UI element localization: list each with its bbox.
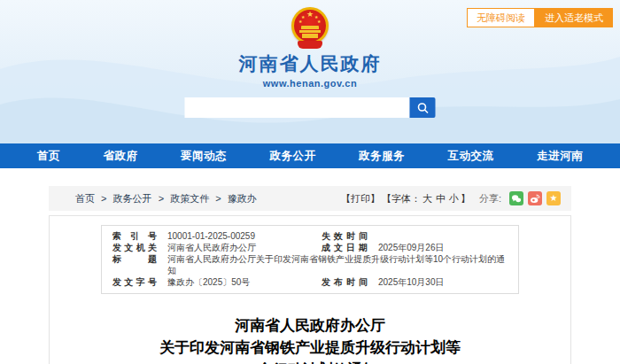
font-size-label-end: 】 <box>461 192 470 205</box>
document-content-panel: 索 引 号 10001-01-2025-00259 失效时间 发文机关 河南省人… <box>49 215 571 364</box>
document-toolbar: 【打印】 【字体： 大 中 小 】 分享: <box>339 191 561 205</box>
nav-item-news[interactable]: 要闻动态 <box>181 149 227 164</box>
main-nav: 首页 省政府 要闻动态 政务公开 政务服务 互动交流 走进河南 <box>0 143 620 168</box>
breadcrumb-gov-disclosure[interactable]: 政务公开 <box>113 193 152 204</box>
site-header: 无障碍阅读 进入适老模式 ★ ★ ★ ★ ★ 河南省人民政府 www.henan… <box>0 0 620 143</box>
breadcrumb-policy-documents[interactable]: 政策文件 <box>170 193 209 204</box>
font-size-label: 【字体： <box>382 192 421 205</box>
weibo-share-icon[interactable] <box>528 191 542 205</box>
search-icon <box>416 102 429 114</box>
document-title-line2: 关于印发河南省钢铁产业提质升级行动计划等 <box>50 337 570 359</box>
meta-value-publish-date: 2025年10月30日 <box>368 276 508 288</box>
wechat-share-icon[interactable] <box>509 191 523 205</box>
nav-item-home[interactable]: 首页 <box>37 149 60 164</box>
top-action-buttons: 无障碍阅读 进入适老模式 <box>467 8 613 27</box>
breadcrumb-bar: 首页 > 政务公开 > 政策文件 > 豫政办 【打印】 【字体： 大 中 小 】… <box>49 186 571 211</box>
emblem-star-icon: ★ <box>306 11 314 19</box>
document-title-line3: 10个行动计划的通知 <box>50 359 570 364</box>
search-button[interactable] <box>410 97 436 118</box>
qzone-share-icon[interactable]: ★ <box>546 191 561 205</box>
share-label: 分享: <box>479 192 501 205</box>
nav-item-interaction[interactable]: 互动交流 <box>448 149 494 164</box>
nav-item-gov-services[interactable]: 政务服务 <box>359 149 405 164</box>
breadcrumb-separator: > <box>215 193 221 204</box>
meta-value-index-number: 10001-01-2025-00259 <box>157 230 322 242</box>
breadcrumb: 首页 > 政务公开 > 政策文件 > 豫政办 <box>75 192 257 205</box>
meta-label-title: 标 题 <box>112 253 157 276</box>
meta-label-index-number: 索 引 号 <box>112 230 157 242</box>
meta-value-doc-number: 豫政办〔2025〕50号 <box>157 276 322 288</box>
breadcrumb-home[interactable]: 首页 <box>75 193 95 204</box>
site-title: 河南省人民政府 <box>0 51 620 76</box>
font-size-medium-button[interactable]: 中 <box>436 192 446 205</box>
nav-item-provincial-government[interactable]: 省政府 <box>104 149 138 164</box>
document-title: 河南省人民政府办公厅 关于印发河南省钢铁产业提质升级行动计划等 10个行动计划的… <box>50 314 570 364</box>
site-search <box>185 97 436 118</box>
accessibility-reading-button[interactable]: 无障碍阅读 <box>467 8 535 27</box>
breadcrumb-yuzhengban[interactable]: 豫政办 <box>228 193 257 204</box>
nav-item-discover-henan[interactable]: 走进河南 <box>537 149 583 164</box>
search-input[interactable] <box>185 97 410 118</box>
meta-value-written-date: 2025年09月26日 <box>368 242 508 253</box>
font-size-small-button[interactable]: 小 <box>449 192 459 205</box>
national-emblem-logo: ★ ★ ★ ★ ★ <box>290 7 330 49</box>
font-size-large-button[interactable]: 大 <box>422 192 432 205</box>
meta-value-expiry <box>368 230 508 242</box>
meta-value-title: 河南省人民政府办公厅关于印发河南省钢铁产业提质升级行动计划等10个行动计划的通知 <box>157 253 508 276</box>
nav-item-gov-disclosure[interactable]: 政务公开 <box>270 149 316 164</box>
breadcrumb-separator: > <box>159 193 164 204</box>
meta-value-issuing-agency: 河南省人民政府办公厅 <box>157 242 322 253</box>
document-title-line1: 河南省人民政府办公厅 <box>50 314 570 337</box>
site-url: www.henan.gov.cn <box>0 78 620 89</box>
elder-mode-button[interactable]: 进入适老模式 <box>535 8 613 27</box>
meta-row-title: 标 题 河南省人民政府办公厅关于印发河南省钢铁产业提质升级行动计划等10个行动计… <box>112 253 508 276</box>
meta-label-written-date: 成文日期 <box>322 242 368 253</box>
meta-label-publish-date: 发布时间 <box>322 276 368 288</box>
meta-label-expiry: 失效时间 <box>322 230 368 242</box>
print-button[interactable]: 【打印】 <box>341 192 380 205</box>
meta-row-number-publish: 发文字号 豫政办〔2025〕50号 发布时间 2025年10月30日 <box>112 276 508 288</box>
document-metadata-table: 索 引 号 10001-01-2025-00259 失效时间 发文机关 河南省人… <box>101 225 519 294</box>
meta-row-agency-date: 发文机关 河南省人民政府办公厅 成文日期 2025年09月26日 <box>112 242 508 253</box>
meta-row-index-expiry: 索 引 号 10001-01-2025-00259 失效时间 <box>112 230 508 242</box>
breadcrumb-separator: > <box>101 193 106 204</box>
meta-label-doc-number: 发文字号 <box>112 276 157 288</box>
meta-label-issuing-agency: 发文机关 <box>112 242 157 253</box>
